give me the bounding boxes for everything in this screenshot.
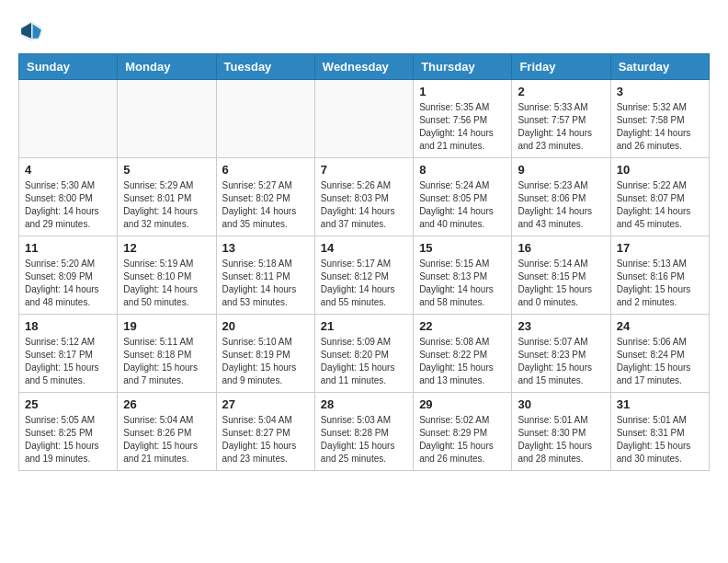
day-number: 14: [321, 241, 407, 255]
calendar-cell: 27Sunrise: 5:04 AMSunset: 8:27 PMDayligh…: [216, 393, 314, 471]
calendar-cell: 17Sunrise: 5:13 AMSunset: 8:16 PMDayligh…: [610, 236, 709, 315]
day-number: 21: [321, 319, 407, 333]
calendar-cell: 15Sunrise: 5:15 AMSunset: 8:13 PMDayligh…: [414, 236, 512, 315]
logo: [18, 18, 48, 44]
day-info: Sunrise: 5:01 AMSunset: 8:31 PMDaylight:…: [617, 414, 703, 465]
day-info: Sunrise: 5:27 AMSunset: 8:02 PMDaylight:…: [222, 179, 309, 231]
calendar-header-row: SundayMondayTuesdayWednesdayThursdayFrid…: [19, 54, 710, 80]
calendar-week-row: 18Sunrise: 5:12 AMSunset: 8:17 PMDayligh…: [19, 315, 710, 393]
day-number: 15: [419, 241, 506, 255]
day-info: Sunrise: 5:04 AMSunset: 8:27 PMDaylight:…: [222, 414, 309, 465]
calendar-week-row: 11Sunrise: 5:20 AMSunset: 8:09 PMDayligh…: [19, 236, 710, 315]
calendar-cell: 5Sunrise: 5:29 AMSunset: 8:01 PMDaylight…: [118, 158, 216, 236]
calendar-cell: 14Sunrise: 5:17 AMSunset: 8:12 PMDayligh…: [314, 236, 413, 315]
day-info: Sunrise: 5:04 AMSunset: 8:26 PMDaylight:…: [123, 414, 210, 465]
day-number: 24: [617, 319, 703, 333]
calendar-cell: 8Sunrise: 5:24 AMSunset: 8:05 PMDaylight…: [414, 158, 512, 236]
day-number: 30: [518, 397, 604, 411]
calendar-cell: 16Sunrise: 5:14 AMSunset: 8:15 PMDayligh…: [512, 236, 610, 315]
calendar-week-row: 25Sunrise: 5:05 AMSunset: 8:25 PMDayligh…: [19, 393, 710, 471]
day-info: Sunrise: 5:29 AMSunset: 8:01 PMDaylight:…: [123, 179, 210, 231]
calendar-cell: 29Sunrise: 5:02 AMSunset: 8:29 PMDayligh…: [414, 393, 512, 471]
calendar-cell: 9Sunrise: 5:23 AMSunset: 8:06 PMDaylight…: [512, 158, 610, 236]
day-number: 22: [419, 319, 506, 333]
day-info: Sunrise: 5:02 AMSunset: 8:29 PMDaylight:…: [419, 414, 506, 465]
day-number: 13: [222, 241, 309, 255]
calendar-week-row: 4Sunrise: 5:30 AMSunset: 8:00 PMDaylight…: [19, 158, 710, 236]
calendar-cell: 3Sunrise: 5:32 AMSunset: 7:58 PMDaylight…: [610, 80, 709, 158]
day-info: Sunrise: 5:06 AMSunset: 8:24 PMDaylight:…: [617, 336, 703, 387]
calendar-cell: 13Sunrise: 5:18 AMSunset: 8:11 PMDayligh…: [216, 236, 314, 315]
day-info: Sunrise: 5:13 AMSunset: 8:16 PMDaylight:…: [617, 258, 703, 309]
day-number: 4: [25, 163, 111, 177]
page-header: [18, 18, 710, 44]
day-number: 19: [123, 319, 210, 333]
day-info: Sunrise: 5:23 AMSunset: 8:06 PMDaylight:…: [518, 179, 604, 231]
day-number: 11: [25, 241, 111, 255]
day-info: Sunrise: 5:09 AMSunset: 8:20 PMDaylight:…: [321, 336, 407, 387]
day-number: 23: [518, 319, 604, 333]
day-info: Sunrise: 5:12 AMSunset: 8:17 PMDaylight:…: [25, 336, 111, 387]
calendar-cell: [19, 80, 118, 158]
day-info: Sunrise: 5:15 AMSunset: 8:13 PMDaylight:…: [419, 258, 506, 309]
day-info: Sunrise: 5:03 AMSunset: 8:28 PMDaylight:…: [321, 414, 407, 465]
day-info: Sunrise: 5:19 AMSunset: 8:10 PMDaylight:…: [123, 258, 210, 309]
day-info: Sunrise: 5:35 AMSunset: 7:56 PMDaylight:…: [419, 101, 506, 153]
day-number: 20: [222, 319, 309, 333]
calendar-cell: 24Sunrise: 5:06 AMSunset: 8:24 PMDayligh…: [610, 315, 709, 393]
col-header-tuesday: Tuesday: [216, 54, 314, 80]
day-number: 8: [419, 163, 506, 177]
col-header-saturday: Saturday: [610, 54, 709, 80]
col-header-friday: Friday: [512, 54, 610, 80]
day-info: Sunrise: 5:26 AMSunset: 8:03 PMDaylight:…: [321, 179, 407, 231]
calendar-cell: 23Sunrise: 5:07 AMSunset: 8:23 PMDayligh…: [512, 315, 610, 393]
day-info: Sunrise: 5:05 AMSunset: 8:25 PMDaylight:…: [25, 414, 111, 465]
day-number: 10: [617, 163, 703, 177]
calendar-cell: 25Sunrise: 5:05 AMSunset: 8:25 PMDayligh…: [19, 393, 118, 471]
calendar-cell: 19Sunrise: 5:11 AMSunset: 8:18 PMDayligh…: [118, 315, 216, 393]
day-number: 7: [321, 163, 407, 177]
generalblue-logo-icon: [18, 18, 44, 44]
calendar-cell: 18Sunrise: 5:12 AMSunset: 8:17 PMDayligh…: [19, 315, 118, 393]
day-info: Sunrise: 5:18 AMSunset: 8:11 PMDaylight:…: [222, 258, 309, 309]
calendar-cell: 20Sunrise: 5:10 AMSunset: 8:19 PMDayligh…: [216, 315, 314, 393]
day-info: Sunrise: 5:32 AMSunset: 7:58 PMDaylight:…: [617, 101, 703, 153]
calendar-cell: 12Sunrise: 5:19 AMSunset: 8:10 PMDayligh…: [118, 236, 216, 315]
day-number: 3: [617, 85, 703, 98]
col-header-sunday: Sunday: [19, 54, 118, 80]
calendar-week-row: 1Sunrise: 5:35 AMSunset: 7:56 PMDaylight…: [19, 80, 710, 158]
calendar-cell: 4Sunrise: 5:30 AMSunset: 8:00 PMDaylight…: [19, 158, 118, 236]
day-info: Sunrise: 5:17 AMSunset: 8:12 PMDaylight:…: [321, 258, 407, 309]
day-number: 1: [419, 85, 506, 98]
day-number: 28: [321, 397, 407, 411]
day-info: Sunrise: 5:14 AMSunset: 8:15 PMDaylight:…: [518, 258, 604, 309]
calendar-cell: [216, 80, 314, 158]
day-number: 29: [419, 397, 506, 411]
day-info: Sunrise: 5:22 AMSunset: 8:07 PMDaylight:…: [617, 179, 703, 231]
calendar-cell: 2Sunrise: 5:33 AMSunset: 7:57 PMDaylight…: [512, 80, 610, 158]
day-number: 26: [123, 397, 210, 411]
calendar-cell: 10Sunrise: 5:22 AMSunset: 8:07 PMDayligh…: [610, 158, 709, 236]
calendar-cell: [314, 80, 413, 158]
col-header-thursday: Thursday: [414, 54, 512, 80]
day-info: Sunrise: 5:33 AMSunset: 7:57 PMDaylight:…: [518, 101, 604, 153]
col-header-wednesday: Wednesday: [314, 54, 413, 80]
day-number: 25: [25, 397, 111, 411]
calendar-cell: 28Sunrise: 5:03 AMSunset: 8:28 PMDayligh…: [314, 393, 413, 471]
col-header-monday: Monday: [118, 54, 216, 80]
day-number: 5: [123, 163, 210, 177]
calendar-cell: 11Sunrise: 5:20 AMSunset: 8:09 PMDayligh…: [19, 236, 118, 315]
day-info: Sunrise: 5:10 AMSunset: 8:19 PMDaylight:…: [222, 336, 309, 387]
day-info: Sunrise: 5:08 AMSunset: 8:22 PMDaylight:…: [419, 336, 506, 387]
day-number: 9: [518, 163, 604, 177]
day-info: Sunrise: 5:11 AMSunset: 8:18 PMDaylight:…: [123, 336, 210, 387]
day-number: 27: [222, 397, 309, 411]
day-number: 17: [617, 241, 703, 255]
day-info: Sunrise: 5:07 AMSunset: 8:23 PMDaylight:…: [518, 336, 604, 387]
calendar-cell: [118, 80, 216, 158]
day-info: Sunrise: 5:20 AMSunset: 8:09 PMDaylight:…: [25, 258, 111, 309]
day-number: 31: [617, 397, 703, 411]
calendar-cell: 6Sunrise: 5:27 AMSunset: 8:02 PMDaylight…: [216, 158, 314, 236]
calendar-cell: 31Sunrise: 5:01 AMSunset: 8:31 PMDayligh…: [610, 393, 709, 471]
day-info: Sunrise: 5:24 AMSunset: 8:05 PMDaylight:…: [419, 179, 506, 231]
